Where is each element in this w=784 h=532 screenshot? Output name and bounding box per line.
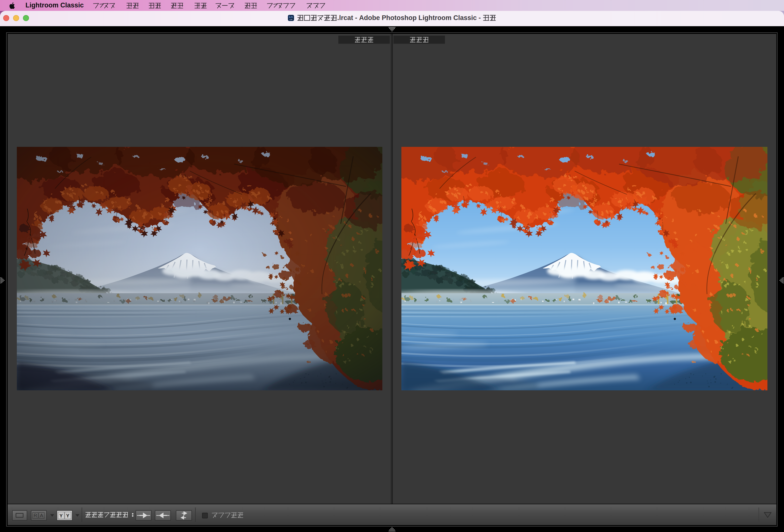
svg-text:R: R [34,513,37,518]
svg-text:Y: Y [66,513,69,519]
svg-text:CAT: CAT [289,19,292,20]
svg-text:Y: Y [59,513,63,519]
svg-text:A: A [40,513,43,518]
svg-text:Lrc: Lrc [289,15,293,18]
